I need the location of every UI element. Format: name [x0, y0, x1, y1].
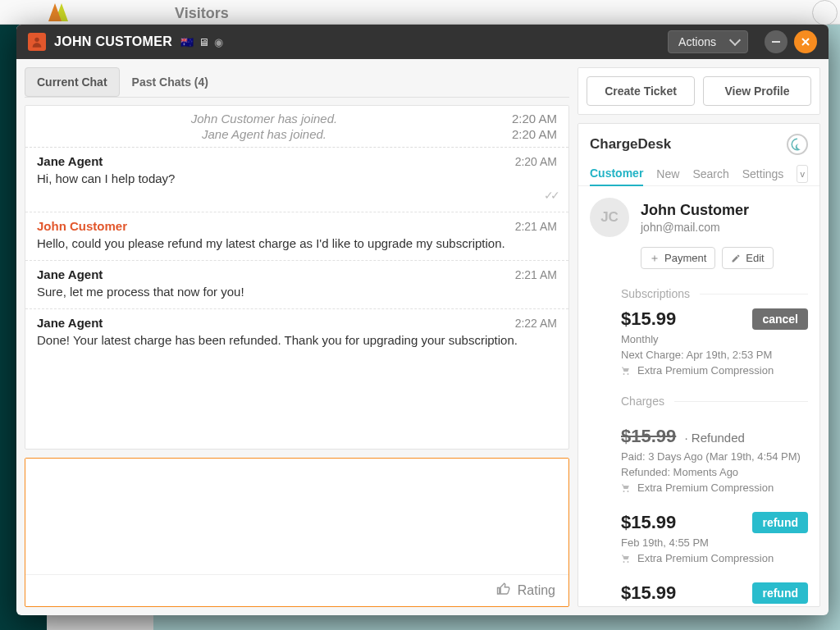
cd-tab-customer[interactable]: Customer	[590, 162, 643, 186]
subscription-product: Extra Premium Compression	[621, 364, 808, 377]
customer-name: JOHN CUSTOMER	[54, 34, 172, 49]
charge-status: · Refunded	[681, 431, 745, 445]
tab-current-chat[interactable]: Current Chat	[25, 67, 120, 97]
charge-product: Extra Premium Compression	[621, 552, 808, 564]
chat-modal: JOHN CUSTOMER 🇦🇺 🖥 ◉ Actions Current Cha…	[16, 25, 829, 615]
charges-section-title: Charges	[621, 395, 808, 408]
chat-tabs: Current Chat Past Chats (4)	[25, 67, 569, 98]
pencil-icon	[731, 253, 741, 263]
refund-button[interactable]: refund	[752, 512, 808, 533]
message-text: Sure, let me process that now for you!	[37, 285, 557, 299]
charge-refunded-line: Refunded: Moments Ago	[621, 466, 808, 478]
chat-panel: John Customer has joined.2:20 AMJane Age…	[25, 105, 569, 450]
rating-label[interactable]: Rating	[518, 583, 555, 598]
read-receipt-icon: ✓✓	[37, 189, 557, 202]
cancel-subscription-button[interactable]: cancel	[752, 308, 808, 330]
charge-item: $15.99refundFeb 19th, 4:55 PMExtra Premi…	[621, 509, 808, 564]
svg-point-2	[34, 38, 39, 42]
profile-avatar[interactable]	[812, 0, 838, 25]
charge-date-line: Feb 19th, 4:55 PM	[621, 536, 808, 549]
subscription-amount: $15.99	[621, 308, 676, 330]
cd-tab-settings[interactable]: Settings	[742, 162, 784, 185]
charge-amount: $15.99	[621, 426, 676, 446]
message-time: 2:22 AM	[515, 317, 557, 330]
subscription-next-charge: Next Charge: Apr 19th, 2:53 PM	[621, 349, 808, 361]
cd-customer-name: John Customer	[641, 202, 749, 219]
close-button[interactable]	[794, 30, 817, 53]
customer-initials-avatar: JC	[590, 198, 629, 237]
customer-avatar-icon	[28, 33, 46, 51]
refund-button[interactable]: refund	[752, 582, 808, 604]
message-time: 2:21 AM	[515, 268, 557, 281]
thumbs-up-icon[interactable]	[496, 582, 511, 600]
create-ticket-button[interactable]: Create Ticket	[587, 76, 695, 106]
tab-past-chats[interactable]: Past Chats (4)	[120, 67, 221, 97]
cart-icon	[621, 554, 631, 564]
compose-box: Rating	[25, 458, 569, 607]
flag-icon: 🇦🇺	[180, 36, 194, 48]
message-time: 2:20 AM	[515, 155, 557, 168]
chat-message: Jane Agent2:21 AMSure, let me process th…	[25, 261, 568, 309]
edit-customer-button[interactable]: Edit	[722, 247, 773, 269]
modal-titlebar: JOHN CUSTOMER 🇦🇺 🖥 ◉ Actions	[16, 25, 829, 59]
message-author: Jane Agent	[37, 316, 103, 330]
chat-message: Jane Agent2:20 AMHi, how can I help toda…	[25, 148, 568, 212]
page-heading: Visitors	[175, 5, 229, 22]
charge-amount: $15.99	[621, 512, 676, 532]
message-author: Jane Agent	[37, 267, 103, 281]
subscriptions-section-title: Subscriptions	[621, 287, 808, 300]
message-author: John Customer	[37, 219, 127, 233]
system-event-text: John Customer has joined.	[37, 112, 491, 126]
message-time: 2:21 AM	[515, 220, 557, 233]
add-payment-button[interactable]: Payment	[641, 247, 715, 269]
message-author: Jane Agent	[37, 154, 103, 168]
browser-icon: ◉	[214, 36, 223, 48]
message-text: Hi, how can I help today?	[37, 171, 557, 185]
app-header	[0, 0, 840, 25]
chargedesk-panel: ChargeDesk Customer New Search Settings …	[578, 123, 820, 607]
customer-meta-icons: 🇦🇺 🖥 ◉	[180, 36, 223, 48]
profile-actions-card: Create Ticket View Profile	[578, 67, 820, 115]
minimize-button[interactable]	[765, 30, 788, 53]
plus-icon	[650, 253, 660, 263]
chat-message: Jane Agent2:22 AMDone! Your latest charg…	[25, 309, 568, 357]
message-text: Hello, could you please refund my latest…	[37, 236, 557, 250]
system-event-time: 2:20 AM	[491, 112, 557, 126]
payment-label: Payment	[664, 252, 706, 264]
desktop-icon: 🖥	[199, 36, 209, 48]
actions-dropdown[interactable]: Actions	[668, 30, 748, 53]
chargedesk-tabs: Customer New Search Settings v	[578, 162, 819, 186]
subscription-interval: Monthly	[621, 333, 808, 345]
chat-message: John Customer2:21 AMHello, could you ple…	[25, 212, 568, 261]
view-profile-button[interactable]: View Profile	[703, 76, 811, 106]
chargedesk-title: ChargeDesk	[590, 136, 671, 153]
charge-paid-line: Paid: 3 Days Ago (Mar 19th, 4:54 PM)	[621, 450, 808, 463]
chargedesk-logo-icon	[787, 134, 808, 155]
system-event-time: 2:20 AM	[491, 127, 557, 141]
charge-item: $15.99refund	[621, 579, 808, 604]
svg-rect-3	[772, 41, 780, 43]
edit-label: Edit	[746, 252, 764, 264]
chat-transcript: John Customer has joined.2:20 AMJane Age…	[25, 106, 568, 449]
cart-icon	[621, 483, 631, 493]
cd-customer-email: john@mail.com	[641, 221, 749, 234]
cd-expand-button[interactable]: v	[797, 165, 808, 183]
app-logo-icon	[48, 0, 74, 25]
cd-tab-search[interactable]: Search	[692, 162, 728, 185]
compose-input[interactable]	[25, 459, 568, 574]
charge-item: $15.99 · RefundedPaid: 3 Days Ago (Mar 1…	[621, 422, 808, 494]
charge-product: Extra Premium Compression	[621, 482, 808, 494]
message-text: Done! Your latest charge has been refund…	[37, 333, 557, 347]
cart-icon	[621, 366, 631, 376]
cd-tab-new[interactable]: New	[656, 162, 679, 185]
charge-amount: $15.99	[621, 582, 676, 603]
system-event-text: Jane Agent has joined.	[37, 127, 491, 141]
